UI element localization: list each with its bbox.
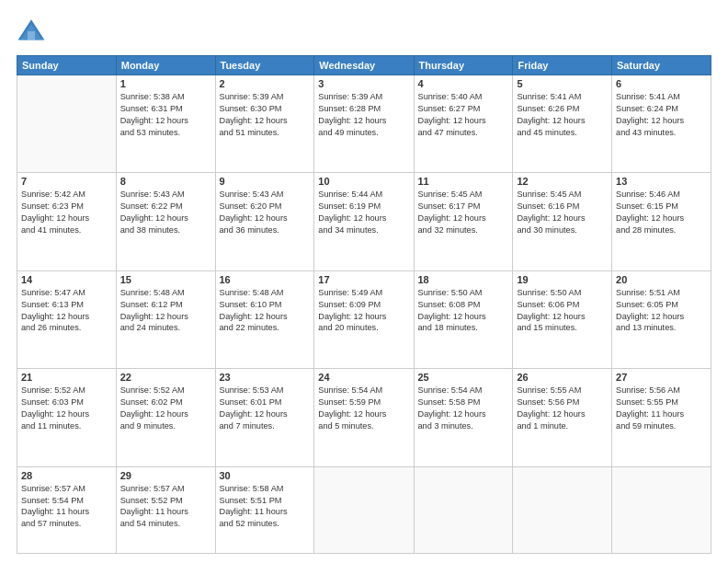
day-number: 21 bbox=[21, 372, 112, 383]
calendar-cell: 12Sunrise: 5:45 AMSunset: 6:16 PMDayligh… bbox=[513, 173, 612, 270]
info-line: Sunset: 5:55 PM bbox=[616, 397, 678, 407]
info-line: Daylight: 12 hours bbox=[616, 312, 684, 321]
info-line: Sunrise: 5:41 AM bbox=[517, 92, 581, 101]
cell-info: Sunrise: 5:54 AMSunset: 5:59 PMDaylight:… bbox=[318, 385, 409, 432]
info-line: Sunset: 6:28 PM bbox=[318, 104, 381, 113]
info-line: and 32 minutes. bbox=[418, 225, 478, 235]
cell-info: Sunrise: 5:51 AMSunset: 6:05 PMDaylight:… bbox=[616, 287, 707, 335]
info-line: Daylight: 12 hours bbox=[21, 213, 89, 223]
calendar-cell: 1Sunrise: 5:38 AMSunset: 6:31 PMDaylight… bbox=[116, 75, 215, 173]
calendar-cell: 27Sunrise: 5:56 AMSunset: 5:55 PMDayligh… bbox=[612, 369, 711, 466]
cell-info: Sunrise: 5:45 AMSunset: 6:17 PMDaylight:… bbox=[418, 189, 509, 236]
info-line: and 20 minutes. bbox=[318, 323, 378, 332]
day-number: 2 bbox=[220, 78, 311, 89]
info-line: and 59 minutes. bbox=[616, 421, 676, 431]
day-number: 10 bbox=[318, 176, 409, 187]
calendar-cell: 11Sunrise: 5:45 AMSunset: 6:17 PMDayligh… bbox=[414, 173, 513, 270]
day-header-friday: Friday bbox=[513, 56, 612, 75]
info-line: Daylight: 12 hours bbox=[21, 312, 89, 321]
day-number: 15 bbox=[120, 274, 211, 285]
info-line: Sunset: 6:17 PM bbox=[418, 201, 481, 211]
calendar-cell bbox=[17, 75, 117, 173]
info-line: Sunset: 6:05 PM bbox=[616, 300, 678, 309]
day-number: 19 bbox=[517, 274, 608, 285]
info-line: Daylight: 12 hours bbox=[318, 312, 386, 321]
info-line: Daylight: 12 hours bbox=[220, 213, 288, 223]
info-line: and 38 minutes. bbox=[120, 225, 180, 235]
info-line: Daylight: 12 hours bbox=[616, 213, 684, 223]
info-line: Sunrise: 5:43 AM bbox=[220, 190, 284, 199]
info-line: Sunset: 6:22 PM bbox=[120, 201, 183, 211]
info-line: Daylight: 12 hours bbox=[220, 116, 288, 125]
info-line: Sunrise: 5:54 AM bbox=[318, 385, 382, 395]
info-line: Sunrise: 5:46 AM bbox=[616, 190, 680, 199]
info-line: and 28 minutes. bbox=[616, 225, 676, 235]
day-number: 1 bbox=[120, 78, 211, 89]
info-line: and 22 minutes. bbox=[220, 323, 279, 332]
info-line: Daylight: 12 hours bbox=[120, 213, 188, 223]
info-line: Sunrise: 5:52 AM bbox=[21, 385, 85, 395]
calendar-cell: 24Sunrise: 5:54 AMSunset: 5:59 PMDayligh… bbox=[314, 369, 414, 466]
calendar-cell: 29Sunrise: 5:57 AMSunset: 5:52 PMDayligh… bbox=[116, 466, 215, 553]
info-line: Daylight: 12 hours bbox=[418, 409, 486, 419]
calendar-cell: 26Sunrise: 5:55 AMSunset: 5:56 PMDayligh… bbox=[513, 369, 612, 466]
day-number: 28 bbox=[21, 470, 112, 481]
calendar-cell: 13Sunrise: 5:46 AMSunset: 6:15 PMDayligh… bbox=[612, 173, 711, 270]
info-line: Sunset: 6:06 PM bbox=[517, 300, 579, 309]
calendar-cell: 14Sunrise: 5:47 AMSunset: 6:13 PMDayligh… bbox=[17, 270, 117, 368]
calendar-cell: 2Sunrise: 5:39 AMSunset: 6:30 PMDaylight… bbox=[215, 75, 314, 173]
info-line: Sunrise: 5:53 AM bbox=[220, 385, 284, 395]
cell-info: Sunrise: 5:44 AMSunset: 6:19 PMDaylight:… bbox=[318, 189, 409, 236]
cell-info: Sunrise: 5:52 AMSunset: 6:03 PMDaylight:… bbox=[21, 385, 112, 432]
calendar-cell: 21Sunrise: 5:52 AMSunset: 6:03 PMDayligh… bbox=[17, 369, 117, 466]
cell-info: Sunrise: 5:46 AMSunset: 6:15 PMDaylight:… bbox=[616, 189, 707, 236]
logo-icon bbox=[17, 17, 46, 46]
info-line: Daylight: 12 hours bbox=[517, 312, 585, 321]
day-number: 18 bbox=[418, 274, 509, 285]
info-line: and 7 minutes. bbox=[220, 421, 275, 431]
cell-info: Sunrise: 5:58 AMSunset: 5:51 PMDaylight:… bbox=[220, 483, 311, 531]
info-line: Sunrise: 5:42 AM bbox=[21, 190, 85, 199]
info-line: Sunrise: 5:50 AM bbox=[517, 288, 581, 297]
info-line: Daylight: 12 hours bbox=[220, 312, 288, 321]
day-number: 11 bbox=[418, 176, 509, 187]
calendar-cell: 28Sunrise: 5:57 AMSunset: 5:54 PMDayligh… bbox=[17, 466, 117, 553]
week-row-3: 14Sunrise: 5:47 AMSunset: 6:13 PMDayligh… bbox=[17, 270, 711, 368]
info-line: Daylight: 12 hours bbox=[517, 116, 585, 125]
info-line: and 51 minutes. bbox=[220, 128, 279, 137]
cell-info: Sunrise: 5:45 AMSunset: 6:16 PMDaylight:… bbox=[517, 189, 608, 236]
info-line: Sunset: 6:09 PM bbox=[318, 300, 381, 309]
info-line: Sunrise: 5:58 AM bbox=[220, 484, 284, 493]
info-line: Sunset: 6:19 PM bbox=[318, 201, 381, 211]
page: SundayMondayTuesdayWednesdayThursdayFrid… bbox=[0, 0, 728, 563]
info-line: Daylight: 12 hours bbox=[120, 409, 188, 419]
day-number: 12 bbox=[517, 176, 608, 187]
info-line: Sunrise: 5:45 AM bbox=[517, 190, 581, 199]
info-line: Daylight: 12 hours bbox=[220, 409, 288, 419]
info-line: and 30 minutes. bbox=[517, 225, 576, 235]
info-line: Sunset: 6:10 PM bbox=[220, 300, 282, 309]
calendar-cell: 22Sunrise: 5:52 AMSunset: 6:02 PMDayligh… bbox=[116, 369, 215, 466]
info-line: Sunrise: 5:57 AM bbox=[21, 484, 85, 493]
svg-rect-2 bbox=[28, 31, 35, 40]
day-number: 13 bbox=[616, 176, 707, 187]
info-line: and 53 minutes. bbox=[120, 128, 180, 137]
calendar-cell: 30Sunrise: 5:58 AMSunset: 5:51 PMDayligh… bbox=[215, 466, 314, 553]
day-header-sunday: Sunday bbox=[17, 56, 117, 75]
calendar-table: SundayMondayTuesdayWednesdayThursdayFrid… bbox=[17, 55, 711, 554]
cell-info: Sunrise: 5:54 AMSunset: 5:58 PMDaylight:… bbox=[418, 385, 509, 432]
day-number: 20 bbox=[616, 274, 707, 285]
calendar-cell: 18Sunrise: 5:50 AMSunset: 6:08 PMDayligh… bbox=[414, 270, 513, 368]
day-number: 9 bbox=[220, 176, 311, 187]
info-line: and 45 minutes. bbox=[517, 128, 576, 137]
calendar-cell: 23Sunrise: 5:53 AMSunset: 6:01 PMDayligh… bbox=[215, 369, 314, 466]
info-line: Sunset: 5:56 PM bbox=[517, 397, 579, 407]
calendar-cell: 10Sunrise: 5:44 AMSunset: 6:19 PMDayligh… bbox=[314, 173, 414, 270]
info-line: and 57 minutes. bbox=[21, 519, 81, 528]
info-line: Sunrise: 5:38 AM bbox=[120, 92, 185, 101]
info-line: Sunrise: 5:50 AM bbox=[418, 288, 483, 297]
logo bbox=[17, 17, 48, 46]
week-row-2: 7Sunrise: 5:42 AMSunset: 6:23 PMDaylight… bbox=[17, 173, 711, 270]
info-line: Sunrise: 5:48 AM bbox=[120, 288, 185, 297]
info-line: and 34 minutes. bbox=[318, 225, 378, 235]
